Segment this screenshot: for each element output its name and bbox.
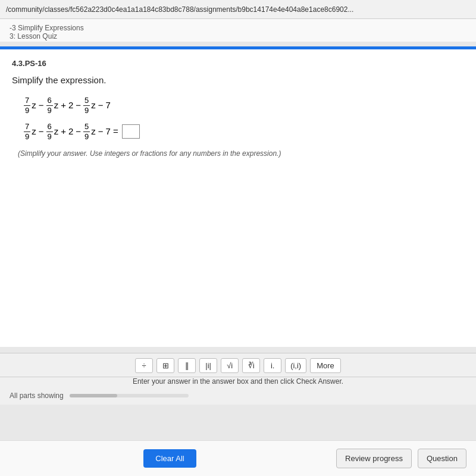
var-z-3: z bbox=[91, 96, 96, 114]
parallel-icon: ‖ bbox=[185, 361, 189, 370]
op-plus-1b: + bbox=[61, 123, 66, 140]
toolbar-btn-parallel[interactable]: ‖ bbox=[178, 358, 196, 373]
equals-sign: = bbox=[113, 123, 118, 140]
const-2b: 2 bbox=[68, 123, 73, 140]
toolbar-btn-matrix[interactable]: ⊞ bbox=[156, 358, 174, 373]
abs-icon: |i| bbox=[205, 361, 211, 370]
breadcrumb: -3 Simplify Expressions 3: Lesson Quiz bbox=[0, 19, 476, 42]
var-z-2b: z bbox=[54, 123, 59, 140]
main-content: 4.3.PS-16 Simplify the expression. 7 9 z… bbox=[0, 49, 476, 347]
review-progress-button[interactable]: Review progress bbox=[336, 449, 412, 468]
toolbar-btn-ordered-pair[interactable]: (i,i) bbox=[285, 358, 306, 373]
op-plus-1: + bbox=[61, 96, 66, 114]
op-minus-2: − bbox=[76, 96, 81, 114]
address-bar: /community/classes/fc562a223d0c4ea1a1a18… bbox=[0, 0, 476, 19]
enter-answer-label: Enter your answer in the answer box and … bbox=[0, 377, 476, 386]
const-2: 2 bbox=[68, 96, 73, 114]
op-minus-2b: − bbox=[76, 123, 81, 140]
toolbar-buttons: ÷ ⊞ ‖ |i| √i ∛i i. (i,i) More bbox=[0, 358, 476, 373]
all-parts-label: All parts showing bbox=[10, 392, 64, 400]
expression-row-2: 7 9 z − 6 9 z + 2 − 5 9 z − 7 bbox=[24, 122, 464, 141]
fraction-7-9-b: 7 9 bbox=[24, 122, 30, 141]
toolbar-btn-divide[interactable]: ÷ bbox=[135, 358, 153, 373]
answer-input-box[interactable] bbox=[122, 124, 140, 139]
ordered-pair-icon: (i,i) bbox=[290, 361, 301, 370]
var-z-1: z bbox=[32, 96, 36, 114]
url-text: /community/classes/fc562a223d0c4ea1a1a18… bbox=[6, 5, 353, 14]
decimal-icon: i. bbox=[271, 361, 275, 370]
question-id: 4.3.PS-16 bbox=[12, 59, 464, 68]
divide-icon: ÷ bbox=[142, 361, 146, 370]
question-prompt: Simplify the expression. bbox=[12, 75, 464, 85]
progress-bar bbox=[70, 394, 189, 397]
toolbar-btn-abs[interactable]: |i| bbox=[199, 358, 217, 373]
var-z-3b: z bbox=[91, 123, 96, 140]
breadcrumb-line1: -3 Simplify Expressions bbox=[10, 24, 466, 32]
bottom-controls: Clear All Review progress Question bbox=[10, 449, 466, 468]
toolbar-btn-cbrt[interactable]: ∛i bbox=[242, 358, 260, 373]
const-7: 7 bbox=[106, 96, 111, 114]
op-minus-1b: − bbox=[39, 123, 44, 140]
fraction-7-9: 7 9 bbox=[24, 96, 30, 115]
matrix-icon: ⊞ bbox=[162, 361, 169, 370]
more-label: More bbox=[317, 361, 334, 370]
clear-all-button[interactable]: Clear All bbox=[143, 449, 196, 468]
toolbar-btn-more[interactable]: More bbox=[310, 358, 341, 373]
fraction-6-9: 6 9 bbox=[46, 96, 53, 115]
expression-row-1: 7 9 z − 6 9 z + 2 − 5 9 z − 7 bbox=[24, 96, 464, 115]
op-minus-3b: − bbox=[98, 123, 104, 140]
progress-row: All parts showing bbox=[0, 389, 476, 402]
fraction-6-9-b: 6 9 bbox=[46, 122, 53, 141]
question-button[interactable]: Question bbox=[418, 449, 466, 468]
toolbar-area: ÷ ⊞ ‖ |i| √i ∛i i. (i,i) More Enter your… bbox=[0, 353, 476, 405]
fraction-5-9-b: 5 9 bbox=[83, 122, 90, 141]
progress-fill bbox=[70, 394, 117, 397]
var-z-2: z bbox=[54, 96, 59, 114]
expression-display: 7 9 z − 6 9 z + 2 − 5 9 z − 7 bbox=[24, 96, 464, 141]
fraction-5-9: 5 9 bbox=[83, 96, 90, 115]
hint-text: (Simplify your answer. Use integers or f… bbox=[12, 149, 464, 158]
breadcrumb-line2: 3: Lesson Quiz bbox=[10, 32, 466, 40]
op-minus-1: − bbox=[39, 96, 44, 114]
const-7b: 7 bbox=[106, 123, 111, 140]
bottom-bar: Clear All Review progress Question bbox=[0, 440, 476, 476]
op-minus-3: − bbox=[98, 96, 104, 114]
toolbar-btn-sqrt[interactable]: √i bbox=[221, 358, 239, 373]
var-z-1b: z bbox=[32, 123, 36, 140]
sqrt-icon: √i bbox=[227, 361, 233, 370]
cbrt-icon: ∛i bbox=[248, 361, 255, 370]
toolbar-btn-decimal[interactable]: i. bbox=[264, 358, 281, 373]
